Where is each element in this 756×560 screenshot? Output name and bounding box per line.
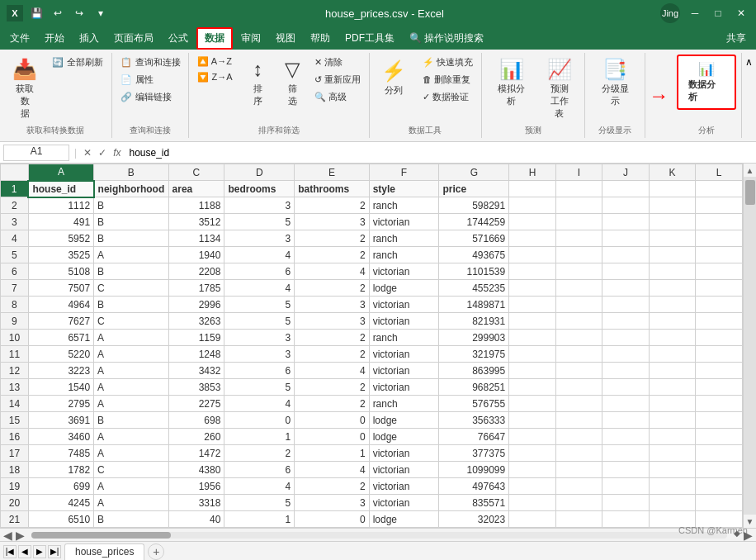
cell-a11[interactable]: 5220 — [28, 346, 93, 363]
cell-g10[interactable]: 299903 — [439, 330, 509, 346]
cell-i8[interactable] — [555, 297, 602, 313]
cell-g5[interactable]: 493675 — [439, 247, 509, 263]
cell-d18[interactable]: 6 — [224, 462, 295, 478]
cell-h20[interactable] — [509, 495, 556, 511]
cell-j9[interactable] — [602, 313, 650, 330]
flash-fill-button[interactable]: ⚡ 快速填充 — [419, 55, 476, 70]
cell-k16[interactable] — [649, 429, 696, 445]
scroll-right-btn[interactable]: ▶ — [16, 529, 25, 542]
cell-l4[interactable] — [696, 230, 743, 247]
cell-b8[interactable]: B — [94, 297, 168, 313]
cell-b4[interactable]: B — [94, 230, 168, 247]
formula-input[interactable] — [125, 145, 753, 161]
cell-i9[interactable] — [555, 313, 602, 330]
cell-j19[interactable] — [602, 478, 650, 495]
col-header-f[interactable]: F — [369, 164, 439, 181]
cell-i14[interactable] — [555, 396, 602, 412]
cell-h1[interactable] — [509, 181, 556, 197]
cell-g17[interactable]: 377375 — [439, 445, 509, 462]
cell-b1[interactable]: neighborhood — [94, 181, 168, 197]
cell-d12[interactable]: 6 — [224, 363, 295, 379]
cell-e7[interactable]: 2 — [295, 280, 369, 297]
cell-c1[interactable]: area — [168, 181, 224, 197]
sort-za-button[interactable]: 🔽 Z→A — [194, 70, 235, 84]
sort-button[interactable]: ↕ 排序 — [243, 55, 274, 111]
cell-j14[interactable] — [602, 396, 650, 412]
menu-view[interactable]: 视图 — [269, 29, 302, 48]
what-if-button[interactable]: 📊 模拟分析 — [487, 55, 536, 111]
cell-g6[interactable]: 1101539 — [439, 263, 509, 280]
cell-f9[interactable]: victorian — [369, 313, 439, 330]
cell-d5[interactable]: 4 — [224, 247, 295, 263]
cell-e12[interactable]: 4 — [295, 363, 369, 379]
cell-a18[interactable]: 1782 — [28, 462, 93, 478]
cell-j7[interactable] — [602, 280, 650, 297]
cell-i21[interactable] — [555, 511, 602, 528]
cell-a19[interactable]: 699 — [28, 478, 93, 495]
cell-l17[interactable] — [696, 445, 743, 462]
cell-h14[interactable] — [509, 396, 556, 412]
cell-c4[interactable]: 1134 — [168, 230, 224, 247]
menu-pdf[interactable]: PDF工具集 — [338, 29, 401, 48]
cell-c3[interactable]: 3512 — [168, 214, 224, 230]
cell-d11[interactable]: 3 — [224, 346, 295, 363]
save-button[interactable]: 💾 — [28, 5, 45, 21]
cell-i13[interactable] — [555, 379, 602, 396]
scroll-left-btn[interactable]: ◀ — [3, 529, 12, 542]
cell-h6[interactable] — [509, 263, 556, 280]
undo-button[interactable]: ↩ — [50, 5, 66, 21]
cell-c12[interactable]: 3432 — [168, 363, 224, 379]
sheet-tab-house-prices[interactable]: house_prices — [64, 543, 144, 560]
cell-k15[interactable] — [649, 412, 696, 429]
menu-review[interactable]: 审阅 — [234, 29, 267, 48]
insert-function-icon[interactable]: fx — [111, 147, 122, 159]
cell-j16[interactable] — [602, 429, 650, 445]
cell-l6[interactable] — [696, 263, 743, 280]
cell-b19[interactable]: A — [94, 478, 168, 495]
cell-j11[interactable] — [602, 346, 650, 363]
horizontal-scroll-bar[interactable]: ◀ ▶ ◆ ▶ — [0, 528, 756, 541]
cell-f11[interactable]: victorian — [369, 346, 439, 363]
col-header-l[interactable]: L — [696, 164, 743, 181]
cell-b17[interactable]: A — [94, 445, 168, 462]
cell-d7[interactable]: 4 — [224, 280, 295, 297]
maximize-button[interactable]: □ — [710, 5, 726, 21]
cell-l14[interactable] — [696, 396, 743, 412]
cell-f19[interactable]: victorian — [369, 478, 439, 495]
cell-f18[interactable]: victorian — [369, 462, 439, 478]
cell-d4[interactable]: 3 — [224, 230, 295, 247]
cell-g21[interactable]: 32023 — [439, 511, 509, 528]
cell-l11[interactable] — [696, 346, 743, 363]
cell-j2[interactable] — [602, 197, 650, 214]
cell-i16[interactable] — [555, 429, 602, 445]
cell-l10[interactable] — [696, 330, 743, 346]
cell-e20[interactable]: 3 — [295, 495, 369, 511]
col-header-b[interactable]: B — [94, 164, 168, 181]
add-sheet-button[interactable]: + — [148, 543, 164, 560]
cell-k12[interactable] — [649, 363, 696, 379]
advanced-button[interactable]: 🔍 高级 — [311, 89, 364, 105]
cell-i6[interactable] — [555, 263, 602, 280]
menu-formulas[interactable]: 公式 — [162, 29, 195, 48]
cell-e21[interactable]: 0 — [295, 511, 369, 528]
cell-k7[interactable] — [649, 280, 696, 297]
cell-d17[interactable]: 2 — [224, 445, 295, 462]
cell-a4[interactable]: 5952 — [28, 230, 93, 247]
cell-f15[interactable]: lodge — [369, 412, 439, 429]
cell-l3[interactable] — [696, 214, 743, 230]
cell-j21[interactable] — [602, 511, 650, 528]
cell-e17[interactable]: 1 — [295, 445, 369, 462]
vertical-scrollbar[interactable]: ▲ ▼ — [743, 164, 756, 528]
cell-k20[interactable] — [649, 495, 696, 511]
cell-k13[interactable] — [649, 379, 696, 396]
properties-button[interactable]: 📄属性 — [117, 72, 184, 88]
cell-l19[interactable] — [696, 478, 743, 495]
sheet-next-btn[interactable]: ▶ — [33, 545, 46, 558]
cell-a5[interactable]: 3525 — [28, 247, 93, 263]
cell-i10[interactable] — [555, 330, 602, 346]
cell-h7[interactable] — [509, 280, 556, 297]
cell-e10[interactable]: 2 — [295, 330, 369, 346]
ribbon-collapse[interactable]: ∧ — [742, 53, 756, 138]
cell-g15[interactable]: 356333 — [439, 412, 509, 429]
cell-b16[interactable]: A — [94, 429, 168, 445]
